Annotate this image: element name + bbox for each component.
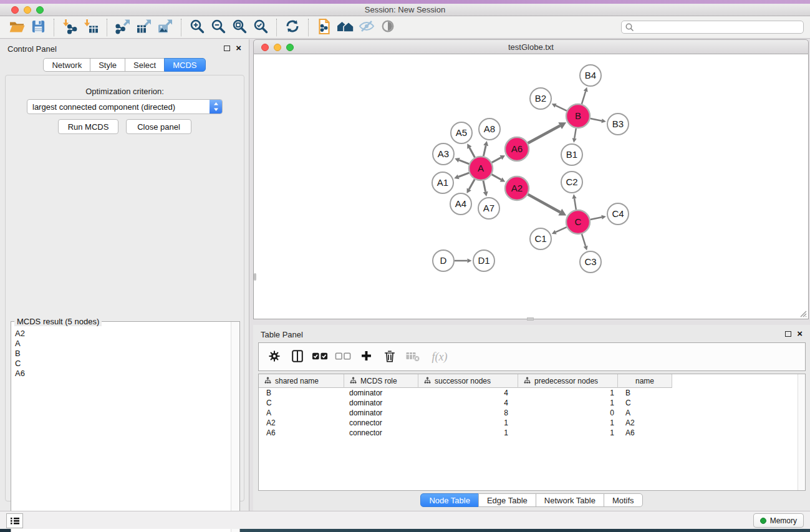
- graph-edge[interactable]: [492, 155, 505, 162]
- tab-network-table[interactable]: Network Table: [536, 493, 604, 507]
- graph-node-B[interactable]: B: [566, 104, 590, 128]
- close-panel-icon[interactable]: ×: [797, 331, 803, 337]
- zoom-out-button[interactable]: [208, 18, 229, 37]
- import-table-button[interactable]: [80, 18, 102, 37]
- graph-edge[interactable]: [582, 234, 588, 250]
- select-all-button[interactable]: [310, 346, 330, 368]
- graph-edge[interactable]: [572, 128, 577, 143]
- graph-node-A5[interactable]: A5: [451, 122, 472, 143]
- table-row[interactable]: Adominator80A: [259, 408, 805, 418]
- export-network-button[interactable]: [112, 18, 133, 37]
- graph-edge[interactable]: [591, 118, 606, 123]
- zoom-fit-button[interactable]: [229, 18, 250, 37]
- refresh-button[interactable]: [282, 18, 303, 37]
- task-history-button[interactable]: [6, 513, 23, 528]
- delete-table-button[interactable]: [402, 346, 423, 368]
- graph-edge[interactable]: [455, 158, 469, 164]
- mcds-list-scrollbar[interactable]: [231, 322, 239, 532]
- graph-node-B4[interactable]: B4: [580, 65, 601, 86]
- export-table-button[interactable]: [133, 18, 155, 37]
- graph-edge[interactable]: [528, 122, 566, 143]
- home-button[interactable]: [335, 18, 356, 37]
- float-panel-icon[interactable]: [224, 46, 230, 51]
- table-settings-button[interactable]: [264, 346, 284, 368]
- graph-node-C3[interactable]: C3: [580, 251, 601, 273]
- column-header-shared-name[interactable]: shared name: [259, 374, 344, 388]
- canvas-horizontal-scroll-thumb[interactable]: [527, 317, 534, 321]
- run-mcds-button[interactable]: Run MCDS: [58, 119, 118, 134]
- graph-node-A3[interactable]: A3: [433, 143, 454, 165]
- graph-edge[interactable]: [483, 141, 488, 156]
- table-row[interactable]: Bdominator41B: [259, 388, 805, 398]
- tab-edge-table[interactable]: Edge Table: [478, 493, 536, 507]
- window-resize-grip[interactable]: [798, 309, 807, 317]
- graph-edge[interactable]: [467, 143, 475, 157]
- graph-node-C2[interactable]: C2: [561, 172, 582, 193]
- close-panel-button[interactable]: Close panel: [126, 119, 191, 134]
- graph-edge[interactable]: [454, 173, 469, 179]
- tab-node-table[interactable]: Node Table: [420, 493, 479, 507]
- tab-motifs[interactable]: Motifs: [604, 493, 643, 507]
- tab-mcds[interactable]: MCDS: [164, 58, 205, 72]
- column-header-predecessor-nodes[interactable]: predecessor nodes: [518, 374, 618, 388]
- float-panel-icon[interactable]: [785, 331, 791, 337]
- memory-button[interactable]: Memory: [753, 513, 804, 528]
- tab-style[interactable]: Style: [90, 58, 125, 72]
- deselect-all-button[interactable]: [333, 346, 354, 368]
- export-image-button[interactable]: [155, 18, 176, 37]
- save-session-button[interactable]: [27, 18, 49, 37]
- open-session-button[interactable]: [6, 18, 27, 37]
- graph-edge[interactable]: [528, 195, 567, 216]
- table-row[interactable]: Cdominator41C: [259, 398, 805, 408]
- graph-node-C1[interactable]: C1: [530, 228, 551, 249]
- graph-node-A2[interactable]: A2: [505, 177, 529, 200]
- graph-edge[interactable]: [572, 194, 577, 210]
- hide-graphics-button[interactable]: [356, 18, 377, 37]
- graph-edge[interactable]: [455, 258, 472, 263]
- zoom-in-button[interactable]: [186, 18, 208, 37]
- close-panel-icon[interactable]: ×: [236, 45, 241, 51]
- graph-node-B3[interactable]: B3: [607, 114, 629, 135]
- add-column-button[interactable]: [356, 346, 377, 368]
- graph-edge[interactable]: [552, 227, 567, 234]
- graph-edge[interactable]: [582, 87, 588, 104]
- column-header-name[interactable]: name: [618, 374, 672, 388]
- show-graphics-button[interactable]: [377, 18, 398, 37]
- table-row[interactable]: A6connector11A6: [259, 428, 805, 438]
- graph-node-A1[interactable]: A1: [432, 172, 453, 193]
- zoom-fit-icon: [232, 19, 248, 36]
- graph-node-C[interactable]: C: [566, 210, 590, 234]
- table-scrollbar[interactable]: [798, 374, 805, 490]
- graph-edge[interactable]: [492, 175, 506, 182]
- canvas-vertical-scroll-thumb[interactable]: [254, 273, 256, 281]
- graph-edge[interactable]: [552, 104, 567, 111]
- zoom-selected-button[interactable]: [250, 18, 271, 37]
- graph-node-B1[interactable]: B1: [561, 144, 582, 165]
- graph-edge[interactable]: [483, 181, 488, 196]
- node-label: C1: [534, 233, 546, 244]
- column-header-MCDS-role[interactable]: MCDS role: [344, 374, 418, 388]
- criterion-select[interactable]: largest connected component (directed): [27, 99, 223, 114]
- column-header-successor-nodes[interactable]: successor nodes: [418, 374, 518, 388]
- tab-network[interactable]: Network: [43, 58, 90, 72]
- network-canvas[interactable]: B4B2BB3B1A5A8A6A3AA1A2C2A4A7C4CC1C3DD1: [253, 54, 809, 319]
- graph-node-A8[interactable]: A8: [479, 118, 500, 140]
- tab-select[interactable]: Select: [125, 58, 165, 72]
- show-columns-button[interactable]: [287, 346, 307, 368]
- import-network-button[interactable]: [59, 18, 80, 37]
- search-input[interactable]: [621, 21, 804, 34]
- graph-node-B2[interactable]: B2: [530, 88, 551, 109]
- graph-node-D1[interactable]: D1: [473, 250, 494, 271]
- graph-node-D[interactable]: D: [433, 250, 454, 271]
- graph-node-A[interactable]: A: [469, 157, 493, 180]
- network-document-button[interactable]: [314, 18, 335, 37]
- graph-node-C4[interactable]: C4: [607, 203, 629, 225]
- table-row[interactable]: A2connector11A2: [259, 418, 805, 428]
- graph-node-A6[interactable]: A6: [505, 137, 529, 161]
- graph-node-A7[interactable]: A7: [478, 198, 499, 219]
- function-builder-button[interactable]: f(x): [425, 346, 454, 368]
- delete-column-button[interactable]: [379, 346, 400, 368]
- graph-node-A4[interactable]: A4: [450, 193, 471, 215]
- graph-edge[interactable]: [591, 215, 606, 220]
- graph-edge[interactable]: [467, 179, 475, 193]
